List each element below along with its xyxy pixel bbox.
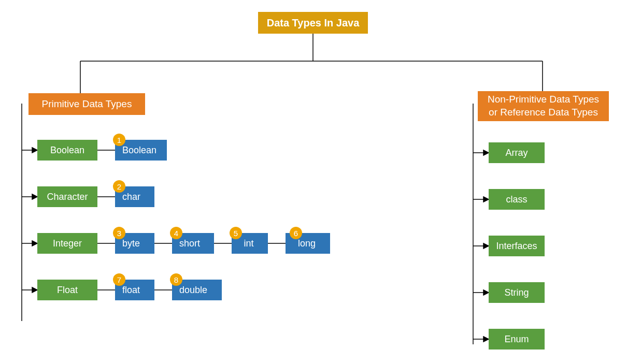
title: Data Types In Java [258, 12, 368, 34]
np-class: class [489, 189, 545, 210]
badge-2: 2 [113, 180, 125, 193]
badge-6: 6 [290, 227, 302, 239]
primitive-header: Primitive Data Types [28, 93, 145, 115]
svg-marker-6 [32, 148, 37, 153]
svg-marker-12 [32, 287, 37, 293]
connector-lines [0, 0, 627, 364]
svg-marker-27 [483, 243, 489, 249]
svg-marker-23 [483, 150, 489, 155]
badge-8: 8 [170, 273, 182, 286]
np-enum: Enum [489, 329, 545, 350]
svg-marker-10 [32, 241, 37, 246]
cat-float: Float [37, 280, 97, 300]
badge-7: 7 [113, 273, 125, 286]
np-interfaces: Interfaces [489, 236, 545, 256]
svg-marker-31 [483, 337, 489, 342]
nonprimitive-header: Non-Primitive Data Types or Reference Da… [478, 91, 609, 121]
np-array: Array [489, 142, 545, 163]
svg-marker-25 [483, 197, 489, 202]
badge-3: 3 [113, 227, 125, 239]
cat-integer: Integer [37, 233, 97, 254]
badge-1: 1 [113, 134, 125, 146]
cat-character: Character [37, 186, 97, 207]
svg-marker-8 [32, 194, 37, 199]
np-string: String [489, 282, 545, 303]
cat-boolean: Boolean [37, 140, 97, 161]
badge-4: 4 [170, 227, 182, 239]
svg-marker-29 [483, 290, 489, 295]
badge-5: 5 [230, 227, 242, 239]
